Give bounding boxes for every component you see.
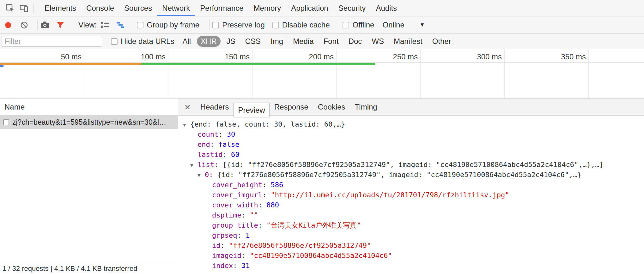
json-token-boolean: false <box>218 140 239 148</box>
json-token-key: cover_imgurl <box>212 191 262 199</box>
close-icon[interactable]: × <box>185 102 191 112</box>
filter-type-doc[interactable]: Doc <box>345 36 366 47</box>
json-token-plain: : <box>214 161 223 169</box>
tree-line[interactable]: cover_width: 880 <box>178 200 644 210</box>
request-row[interactable]: zj?ch=beauty&t1=595&listtype=new&sn=30&l… <box>0 116 178 129</box>
main-tabbar: ElementsConsoleSourcesNetworkPerformance… <box>0 0 644 16</box>
tree-line[interactable]: cover_imgurl: "http://i1.umei.cc/uploads… <box>178 190 644 200</box>
tab-sources[interactable]: Sources <box>119 0 157 16</box>
inspect-element-icon[interactable] <box>3 1 17 15</box>
tree-line[interactable]: lastid: 60 <box>178 150 644 160</box>
network-toolbar: View: Group by frame Preserve log <box>0 16 644 34</box>
timeline-gridline <box>336 49 337 98</box>
timeline-overview[interactable]: 50 ms100 ms150 ms200 ms250 ms300 ms350 m… <box>0 49 644 98</box>
tree-line[interactable]: dsptime: "" <box>178 210 644 220</box>
timeline-tick-label: 50 ms <box>34 52 82 61</box>
timeline-gridline <box>252 49 252 98</box>
disclosure-triangle-icon[interactable]: ▼ <box>190 160 197 170</box>
record-button[interactable] <box>5 22 11 28</box>
filter-funnel-icon[interactable] <box>56 21 65 29</box>
tree-line[interactable]: grpseq: 1 <box>178 230 644 241</box>
preserve-log-checkbox[interactable]: Preserve log <box>212 21 265 29</box>
filter-type-css[interactable]: CSS <box>241 36 264 47</box>
name-column-header[interactable]: Name <box>0 98 178 116</box>
json-token-plain: : <box>233 262 241 270</box>
checkbox-box[interactable] <box>212 22 219 28</box>
detail-tabs: HeadersPreviewResponseCookiesTiming <box>196 98 382 115</box>
main-split: Name zj?ch=beauty&t1=595&listtype=new&sn… <box>0 98 644 274</box>
tree-line[interactable]: group_title: "台湾美女Kila户外唯美写真" <box>178 220 644 230</box>
filter-type-xhr[interactable]: XHR <box>197 36 221 47</box>
tree-line[interactable]: cover_height: 586 <box>178 180 644 190</box>
detail-tab-headers[interactable]: Headers <box>196 98 234 116</box>
view-label: View: <box>78 21 97 29</box>
disclosure-triangle-icon[interactable]: ▼ <box>197 170 205 180</box>
tree-line[interactable]: imageid: "cc48190e57100864abc4d55a2c4104… <box>178 251 644 261</box>
tab-elements[interactable]: Elements <box>39 0 81 16</box>
filter-type-manifest[interactable]: Manifest <box>390 36 426 47</box>
json-token-plain: : <box>258 201 267 209</box>
filter-input[interactable] <box>2 36 102 47</box>
tree-line[interactable]: end: false <box>178 140 644 150</box>
detail-tab-timing[interactable]: Timing <box>350 98 382 116</box>
checkbox-box[interactable] <box>343 22 349 28</box>
detail-tab-response[interactable]: Response <box>270 98 313 116</box>
timeline-tick-label: 250 ms <box>370 52 418 61</box>
throttling-dropdown-arrow-icon[interactable]: ▼ <box>420 22 425 28</box>
json-token-number: 30 <box>227 130 235 138</box>
filter-type-font[interactable]: Font <box>320 36 343 47</box>
checkbox-box[interactable] <box>137 22 143 28</box>
tab-application[interactable]: Application <box>286 0 333 16</box>
filter-type-all[interactable]: All <box>179 36 195 47</box>
detail-tab-preview[interactable]: Preview <box>234 103 269 117</box>
toggle-device-toolbar-icon[interactable] <box>17 1 31 15</box>
filter-type-media[interactable]: Media <box>289 36 317 47</box>
timeline-gridline <box>168 49 168 98</box>
tab-console[interactable]: Console <box>81 0 119 16</box>
json-token-string: "cc48190e57100864abc4d55a2c4104c6" <box>250 252 392 259</box>
tree-line[interactable]: ▼{end: false, count: 30, lastid: 60,…} <box>178 119 644 129</box>
request-checkbox[interactable] <box>3 119 9 125</box>
status-bar: 1 / 32 requests | 4.1 KB / 4.1 KB transf… <box>0 263 178 274</box>
capture-screenshots-icon[interactable] <box>40 21 50 29</box>
throttling-select[interactable]: Online <box>382 21 404 29</box>
view-list-icon[interactable] <box>100 21 110 29</box>
filter-type-js[interactable]: JS <box>223 36 239 47</box>
detail-tab-cookies[interactable]: Cookies <box>313 98 350 116</box>
preview-pane: ▼{end: false, count: 30, lastid: 60,…}co… <box>178 116 644 274</box>
filter-type-list: AllXHRJSCSSImgMediaFontDocWSManifestOthe… <box>179 36 457 47</box>
tab-performance[interactable]: Performance <box>195 0 248 16</box>
tree-line[interactable]: ▼list: [{id: "ff276e8056f58896e7cf92505a… <box>178 160 644 170</box>
tab-audits[interactable]: Audits <box>371 0 402 16</box>
view-waterfall-icon[interactable] <box>116 21 125 29</box>
detail-tabbar: × HeadersPreviewResponseCookiesTiming <box>178 98 644 116</box>
timeline-gridline <box>420 49 421 98</box>
toolbar-divider <box>134 20 134 30</box>
json-token-number: 60 <box>231 151 240 158</box>
disclosure-triangle-icon[interactable]: ▼ <box>183 120 190 129</box>
checkbox-box[interactable] <box>272 22 279 28</box>
filter-type-img[interactable]: Img <box>267 36 287 47</box>
tab-memory[interactable]: Memory <box>249 0 286 16</box>
timeline-tick-label: 100 ms <box>118 52 166 61</box>
toolbar-divider <box>210 20 210 30</box>
tree-line[interactable]: index: 31 <box>178 261 644 271</box>
json-token-key: 0 <box>205 171 209 179</box>
clear-icon[interactable] <box>20 21 28 29</box>
offline-checkbox[interactable]: Offline <box>343 21 374 29</box>
json-token-key: imageid <box>212 252 241 259</box>
filter-type-other[interactable]: Other <box>428 36 455 47</box>
group-by-frame-checkbox[interactable]: Group by frame <box>137 21 199 29</box>
json-token-plain: [{id: "ff276e8056f58896e7cf92505a312749"… <box>222 161 603 169</box>
tree-line[interactable]: ▼0: {id: "ff276e8056f58896e7cf92505a3127… <box>178 170 644 180</box>
tab-security[interactable]: Security <box>333 0 371 16</box>
tab-network[interactable]: Network <box>157 0 195 16</box>
hide-data-urls-checkbox[interactable]: Hide data URLs <box>111 37 174 46</box>
disable-cache-checkbox[interactable]: Disable cache <box>272 21 330 29</box>
tree-line[interactable]: id: "ff276e8056f58896e7cf92505a312749" <box>178 241 644 251</box>
tree-line[interactable]: count: 30 <box>178 129 644 140</box>
timeline-tick-label: 200 ms <box>286 52 334 61</box>
json-token-string: "http://i1.umei.cc/uploads/tu/201701/798… <box>270 191 509 199</box>
filter-type-ws[interactable]: WS <box>368 36 388 47</box>
checkbox-box[interactable] <box>111 38 118 45</box>
